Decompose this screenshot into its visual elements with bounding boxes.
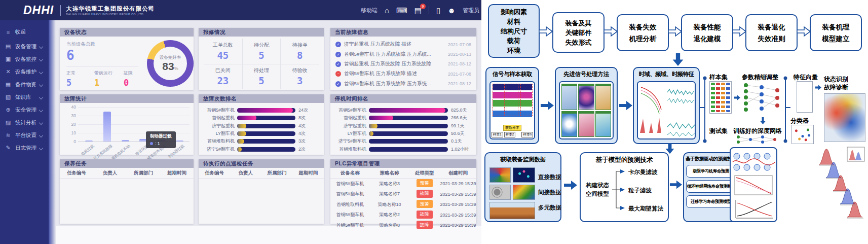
panel-title: 待执行的点巡检任务 xyxy=(199,159,324,168)
panel-repair-status: 报修情况 工单总数45 待分配5 待接单8 已关闭23 待处理5 待验收3 xyxy=(199,28,324,90)
chevron-down-icon xyxy=(39,146,43,150)
content-left-glow xyxy=(49,20,56,244)
table-row[interactable]: 首钢5#翻车机策略名称8故障2021-03-29 15:39 xyxy=(330,220,476,231)
ranking-list: 首钢5#翻车机825.0天 首钢起重机266.6天 济宁起重机99.1天 LY翻… xyxy=(332,107,472,153)
prediction-model: 极限学习机寿命预测 xyxy=(686,165,736,178)
processing-methods-image xyxy=(559,81,614,140)
repair-stat: 已关闭23 xyxy=(204,64,242,89)
sidebar-item-knowledge-base[interactable]: ▧知识库 xyxy=(0,91,49,103)
ranking-row: 济宁5#翻车机2次 xyxy=(201,146,320,153)
chevron-down-icon xyxy=(39,69,43,74)
sidebar-item-equipment-management[interactable]: ▤设备管理 xyxy=(0,40,49,53)
solid-arrow-down-icon xyxy=(672,53,684,66)
sample-window xyxy=(520,84,532,116)
panel-title: 停机时间排名 xyxy=(330,94,476,103)
flow-box-degradation-modeling: 装备性能退化建模 xyxy=(681,14,733,51)
chevron-down-icon xyxy=(39,120,43,124)
sample-set-label: 样本集 xyxy=(709,73,728,82)
fault-list-item[interactable]: −首钢5#翻车机 压力系统故障 描述2021-07-08 xyxy=(335,69,471,79)
hollow-arrow-right-icon xyxy=(539,26,553,37)
solid-arrow-right-icon xyxy=(563,179,578,192)
sidebar-item-log-management[interactable]: ✎日志管理 xyxy=(0,142,49,154)
table-header: 任务编号负责人所属部门超期时间 xyxy=(60,168,194,179)
model-result-plots-image xyxy=(730,147,777,222)
sidebar-item-platform-settings[interactable]: ≋平台设置 xyxy=(0,129,49,142)
panel-equipment-status: 设备状态 当前设备总数 6 正常 5 带病运行 1 故障 0 xyxy=(60,28,194,90)
flow-box-model-based: 基于模型的预测技术 构建状态 空间模型 卡尔曼滤波 粒子滤波 最大期望算法 xyxy=(580,152,669,222)
chevron-down-icon xyxy=(39,108,43,112)
table-row[interactable]: 首钢堆取料机策略名称10预警2021-03-29 15:39 xyxy=(330,199,476,210)
state-model-label: 构建状态 xyxy=(586,182,609,189)
flow-box-failure-mechanism: 装备失效机理分析 xyxy=(617,14,669,51)
panel-title: 设备状态 xyxy=(60,28,194,37)
parts-icon: ▦ xyxy=(4,81,12,88)
check-icon: ✓ xyxy=(335,81,341,87)
brand-logo: DHHI xyxy=(23,4,54,17)
check-icon: ✓ xyxy=(335,61,341,67)
panel-title: 保养任务 xyxy=(60,159,194,168)
table-row[interactable]: 首钢5#翻车机策略名称2故障2021-03-29 15:39 xyxy=(330,210,476,221)
panel-fault-statistics: 故障统计 40 30 20 10 0 xyxy=(60,94,194,155)
sidebar-item-statistics[interactable]: ▨统计分析 xyxy=(0,116,49,129)
panel-fault-info: 当前故障信息 ✓济宁起重机 压力系统故障 描述2021-07-08 ✓首钢5#翻… xyxy=(330,28,476,90)
gear-icon: ≋ xyxy=(4,132,12,138)
panel-title: 报修情况 xyxy=(199,28,324,37)
sidebar-item-safety-management[interactable]: ⊕安全管理 xyxy=(0,103,49,116)
chevron-down-icon xyxy=(39,133,43,137)
admin-label[interactable]: 管理员 xyxy=(463,7,479,14)
bar-fill xyxy=(369,139,370,144)
solid-arrow-down-icon xyxy=(663,143,677,154)
dashboard: DHHI 大连华锐重工集团股份有限公司 DALIAN HUARUI HEAVY … xyxy=(0,0,481,244)
fault-list-item[interactable]: ✓首钢起重机 压力系统故障 压力系统故障2021-08-12 xyxy=(335,59,471,68)
panel-inspection-tasks: 待执行的点巡检任务 任务编号负责人所属部门超期时间 xyxy=(199,159,324,224)
log-icon: ✎ xyxy=(4,145,12,151)
mobile-link[interactable]: 移动端 xyxy=(361,7,378,14)
report-icon[interactable]: ▯ xyxy=(436,7,440,14)
fault-list-item[interactable]: ✓首钢5#翻车机 压力系统故障 压力系统...2021-08-13 xyxy=(335,50,471,59)
table-row[interactable]: 首钢5#翻车机策略名称7故障2021-03-29 15:39 xyxy=(330,189,476,200)
notification-badge: 9 xyxy=(420,4,426,9)
small-arrow-right-icon xyxy=(815,84,822,91)
bar[interactable] xyxy=(85,141,93,142)
flow-box-monitoring-data: 获取装备监测数据 直接数据 间接数据 多元数据 xyxy=(484,152,561,222)
status-badge: 预警 xyxy=(417,179,433,187)
method-label: 最大期望算法 xyxy=(628,205,663,213)
equipment-icon: ▤ xyxy=(4,43,12,50)
hamburger-icon: ≡ xyxy=(4,29,12,35)
sidebar-collapse[interactable]: ≡ 收起 xyxy=(0,25,49,38)
ranking-row: 首钢5#翻车机825.0天 xyxy=(332,107,472,114)
ranking-row: 济宁5#翻车机0.1天 xyxy=(332,137,472,145)
ranking-row: LY翻车机50.6天 xyxy=(332,130,472,137)
panel-title: 故障次数排名 xyxy=(199,94,324,103)
bar[interactable] xyxy=(103,112,111,142)
status-badge: 故障 xyxy=(417,221,433,229)
bar[interactable] xyxy=(122,140,129,142)
stat-degraded: 带病运行 1 xyxy=(94,70,121,88)
ranking-row: 首钢堆取料机1.02小时 xyxy=(332,146,472,153)
chevron-down-icon xyxy=(39,44,43,48)
fault-list-item[interactable]: ✓济宁起重机 压力系统故障 描述2021-07-08 xyxy=(335,40,471,49)
sidebar-item-equipment-monitoring[interactable]: ▣设备监控 xyxy=(0,53,49,65)
panel-downtime-ranking: 停机时间排名 首钢5#翻车机825.0天 首钢起重机266.6天 济宁起重机99… xyxy=(330,94,476,155)
stress-map-image xyxy=(513,185,535,200)
status-badge: 预警 xyxy=(417,200,433,208)
flow-box-signal-acquisition: 信号与样本获取 获取样本 样本1 样本2 样本n xyxy=(485,67,539,144)
chevron-down-icon xyxy=(39,82,43,86)
bar[interactable] xyxy=(176,141,183,142)
branch-connector xyxy=(611,167,626,214)
sample-window xyxy=(507,84,518,116)
table-row[interactable]: 首钢5#翻车机策略名称3预警2021-03-29 15:39 xyxy=(330,179,476,189)
method-label: 粒子滤波 xyxy=(628,187,652,194)
sidebar-item-spare-parts[interactable]: ▦备件物资 xyxy=(0,78,49,91)
user-icon[interactable]: ☻ xyxy=(447,7,456,14)
monitor-icon[interactable]: ⌨ xyxy=(396,7,407,14)
sample-set-image xyxy=(709,81,732,114)
clipboard-icon[interactable]: ▤9 xyxy=(414,7,422,14)
fault-list-item[interactable]: ✓首钢5#翻车机 压力系统故障 压力系统...2021-08-12 xyxy=(335,79,471,88)
prediction-model: 循环神经网络寿命预测模型 xyxy=(686,180,736,193)
home-icon[interactable]: ⌂ xyxy=(385,7,389,14)
sidebar-item-equipment-maintenance[interactable]: ✕设备维护 xyxy=(0,65,49,78)
hollow-arrow-right-icon xyxy=(732,26,746,37)
chevron-down-icon xyxy=(39,95,43,99)
stat-normal: 正常 5 xyxy=(66,70,93,88)
